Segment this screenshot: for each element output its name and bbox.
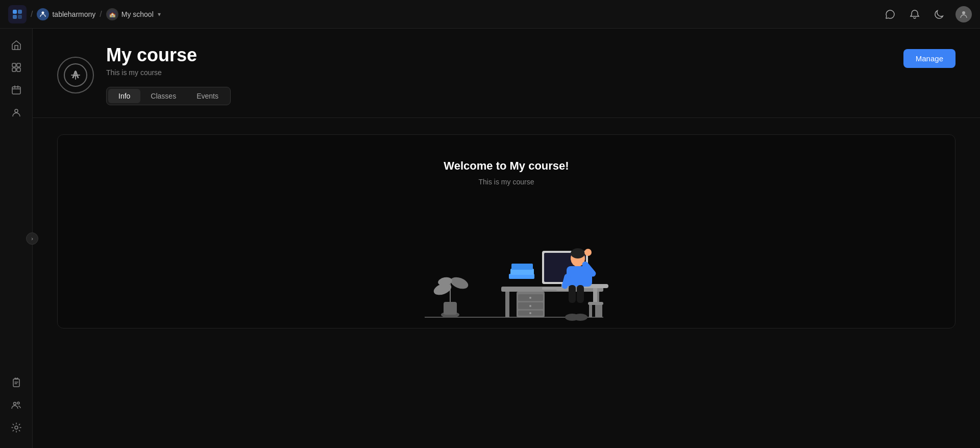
svg-rect-49 <box>577 285 584 303</box>
welcome-illustration <box>384 207 629 325</box>
svg-rect-22 <box>444 302 457 315</box>
course-header: A My course This is my course Info Class… <box>33 29 980 118</box>
welcome-description: This is my course <box>74 178 939 186</box>
manage-button[interactable]: Manage <box>903 49 955 68</box>
svg-point-44 <box>571 248 585 258</box>
svg-rect-39 <box>593 288 597 303</box>
svg-point-7 <box>962 11 965 14</box>
breadcrumb-school[interactable]: 🏫 My school ▾ <box>106 8 161 20</box>
course-title-group: My course This is my course Info Classes… <box>106 45 231 105</box>
svg-rect-41 <box>589 305 592 317</box>
course-tabs: Info Classes Events <box>106 87 231 105</box>
svg-rect-40 <box>588 302 603 305</box>
sidebar-item-clipboard[interactable] <box>6 372 27 393</box>
chevron-down-icon: ▾ <box>158 11 161 18</box>
org-icon <box>37 8 49 20</box>
sidebar-item-calendar[interactable] <box>6 80 27 100</box>
sidebar-item-home[interactable] <box>6 35 27 55</box>
content-area: A My course This is my course Info Class… <box>33 29 980 448</box>
svg-point-13 <box>15 109 18 112</box>
svg-point-25 <box>449 275 470 291</box>
svg-rect-10 <box>12 68 16 72</box>
svg-rect-9 <box>17 63 20 67</box>
svg-rect-48 <box>569 285 576 303</box>
breadcrumb-separator-1: / <box>31 10 33 19</box>
sidebar-item-settings[interactable] <box>6 417 27 438</box>
sidebar-item-people[interactable] <box>6 102 27 123</box>
svg-rect-1 <box>18 10 22 14</box>
sidebar-item-group[interactable] <box>6 395 27 415</box>
svg-rect-32 <box>511 264 533 270</box>
tab-events[interactable]: Events <box>186 89 229 103</box>
sidebar: › <box>0 29 33 448</box>
topnav-actions <box>882 6 972 22</box>
svg-rect-0 <box>13 10 17 14</box>
sidebar-item-courses[interactable] <box>6 57 27 78</box>
org-label: tableharmony <box>52 10 95 18</box>
svg-point-16 <box>17 402 19 404</box>
tab-classes[interactable]: Classes <box>140 89 186 103</box>
svg-rect-8 <box>12 63 16 67</box>
svg-point-4 <box>42 11 44 14</box>
sidebar-top <box>6 35 27 368</box>
user-avatar[interactable] <box>955 6 972 22</box>
course-title: My course <box>106 45 231 65</box>
welcome-card: Welcome to My course! This is my course <box>57 134 955 328</box>
svg-point-17 <box>15 426 18 429</box>
svg-point-52 <box>584 249 592 256</box>
svg-text:A: A <box>72 69 79 80</box>
breadcrumb: / tableharmony / 🏫 My school ▾ <box>8 5 161 23</box>
svg-rect-28 <box>505 292 509 317</box>
chat-button[interactable] <box>882 6 898 22</box>
school-label: My school <box>121 10 154 18</box>
dark-mode-button[interactable] <box>931 6 947 22</box>
sidebar-collapse-button[interactable]: › <box>26 232 38 245</box>
svg-point-58 <box>529 305 531 307</box>
top-navigation: / tableharmony / 🏫 My school ▾ <box>0 0 980 29</box>
svg-text:🏫: 🏫 <box>109 11 116 18</box>
svg-rect-37 <box>542 287 573 290</box>
breadcrumb-separator-2: / <box>100 10 102 19</box>
svg-rect-2 <box>13 15 17 19</box>
svg-point-57 <box>529 297 531 299</box>
main-layout: › <box>0 29 980 448</box>
course-header-left: A My course This is my course Info Class… <box>57 45 231 105</box>
svg-rect-42 <box>599 305 602 317</box>
svg-rect-3 <box>18 15 22 19</box>
svg-point-51 <box>573 314 587 321</box>
svg-rect-11 <box>17 68 20 72</box>
svg-rect-12 <box>12 87 20 94</box>
tab-info[interactable]: Info <box>108 89 140 103</box>
notifications-button[interactable] <box>906 6 923 22</box>
svg-rect-14 <box>13 379 19 387</box>
school-icon: 🏫 <box>106 8 118 20</box>
sidebar-bottom <box>6 372 27 442</box>
welcome-section: Welcome to My course! This is my course <box>33 118 980 345</box>
illustration-container <box>74 202 939 325</box>
app-logo[interactable] <box>8 5 27 23</box>
welcome-title: Welcome to My course! <box>74 159 939 173</box>
course-subtitle: This is my course <box>106 68 231 77</box>
breadcrumb-org[interactable]: tableharmony <box>37 8 95 20</box>
svg-point-59 <box>529 312 531 314</box>
svg-point-15 <box>13 403 16 405</box>
course-logo: A <box>57 57 94 93</box>
